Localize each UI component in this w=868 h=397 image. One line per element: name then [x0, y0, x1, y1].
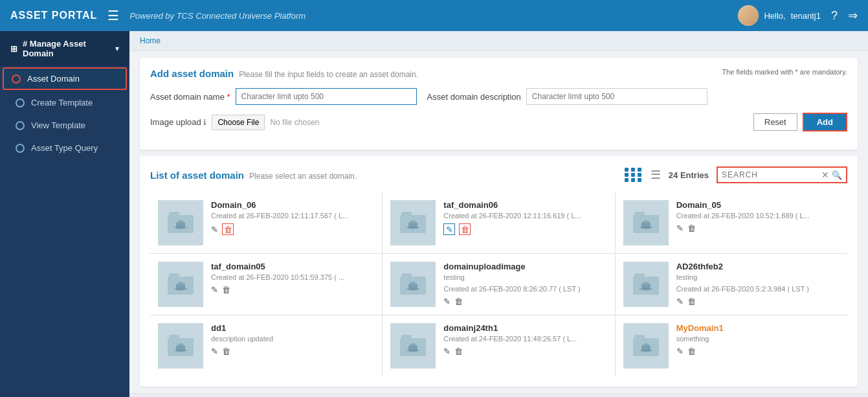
svg-rect-31: [169, 335, 179, 341]
delete-icon[interactable]: 🗑: [454, 346, 463, 356]
domain-info: Domain_05 Created at 26-FEB-2020 10:52:1…: [676, 200, 840, 233]
user-info: Hello, tenantj1: [738, 5, 821, 26]
sidebar-item-create-template[interactable]: Create Template: [0, 91, 129, 114]
domain-name: MyDomain1: [676, 323, 840, 333]
domain-meta: Created at 26-FEB-2020 10:51:59.375 ( ..…: [211, 273, 374, 281]
domain-name: AD26thfeb2: [676, 262, 840, 271]
domain-meta: description updated: [211, 335, 374, 343]
search-input[interactable]: [722, 170, 819, 179]
file-chosen-label: No file chosen: [270, 118, 319, 127]
domain-actions: ✎ 🗑: [676, 223, 840, 233]
form-row-image: Image upload ℹ Choose File No file chose…: [150, 113, 847, 131]
sidebar-item-asset-type-query[interactable]: Asset Type Query: [0, 137, 129, 159]
main-layout: ⊞ # Manage Asset Domain ▾ Asset Domain C…: [0, 31, 868, 397]
domain-thumbnail: [158, 200, 203, 245]
domain-item: AD26thfeb2 testing Created at 26-FEB-202…: [616, 254, 847, 315]
app-title: ASSET PORTAL: [10, 10, 97, 21]
svg-rect-6: [401, 212, 412, 218]
svg-rect-8: [408, 223, 417, 229]
delete-icon[interactable]: 🗑: [687, 223, 696, 233]
info-icon[interactable]: ℹ: [203, 118, 206, 127]
domain-name: taf_domain05: [211, 262, 374, 271]
hello-label: Hello,: [764, 11, 785, 21]
edit-icon[interactable]: ✎: [676, 223, 684, 233]
delete-icon[interactable]: 🗑: [687, 297, 696, 306]
edit-icon[interactable]: ✎: [211, 346, 218, 356]
form-field-image: Image upload ℹ Choose File No file chose…: [150, 115, 319, 130]
delete-icon[interactable]: 🗑: [459, 223, 471, 235]
edit-icon[interactable]: ✎: [676, 297, 684, 306]
sidebar-item-asset-domain[interactable]: Asset Domain: [3, 67, 127, 90]
delete-icon[interactable]: 🗑: [687, 346, 696, 356]
domain-meta2: testing: [443, 273, 606, 281]
delete-icon[interactable]: 🗑: [222, 223, 234, 235]
search-submit-icon[interactable]: 🔍: [832, 170, 842, 180]
sidebar: ⊞ # Manage Asset Domain ▾ Asset Domain C…: [0, 31, 129, 397]
svg-rect-28: [641, 284, 651, 290]
list-view-icon[interactable]: ☰: [651, 168, 661, 182]
mandatory-note: The fields marked with * are mandatory.: [722, 68, 847, 76]
form-field-desc: Asset domain description: [427, 88, 707, 105]
list-header: List of asset domain Please select an as…: [150, 166, 847, 183]
svg-rect-33: [176, 346, 185, 352]
edit-icon[interactable]: ✎: [443, 297, 451, 306]
delete-icon[interactable]: 🗑: [454, 297, 463, 306]
domain-name: taf_domain06: [443, 200, 606, 210]
grid-icon: ⊞: [10, 44, 17, 54]
sidebar-label-create-template: Create Template: [31, 98, 93, 108]
sidebar-label-asset-type-query: Asset Type Query: [31, 143, 98, 153]
domain-info: domainuploadimage testing Created at 26-…: [443, 262, 606, 306]
reset-button[interactable]: Reset: [753, 113, 797, 131]
form-subtitle: Please fill the input fields to create a…: [239, 70, 418, 79]
domain-actions: ✎ 🗑: [443, 223, 606, 235]
list-subtitle: Please select an asset domain.: [249, 172, 357, 181]
edit-icon[interactable]: ✎: [676, 346, 684, 356]
svg-rect-18: [176, 284, 185, 290]
domain-item: Domain_05 Created at 26-FEB-2020 10:52:1…: [616, 192, 847, 253]
sidebar-section-title: ⊞ # Manage Asset Domain: [10, 39, 115, 58]
delete-icon[interactable]: 🗑: [222, 346, 230, 356]
logout-icon[interactable]: ⇒: [848, 8, 858, 23]
delete-icon[interactable]: 🗑: [222, 285, 230, 295]
domain-item: dd1 description updated ✎ 🗑: [150, 315, 382, 376]
header-subtitle: Powered by TCS Connected Universe Platfo…: [129, 11, 306, 21]
domain-meta: Created at 24-FEB-2020 11:48:26.57 ( L..…: [443, 335, 606, 343]
domain-thumbnail: [390, 200, 436, 245]
search-clear-icon[interactable]: ✕: [821, 170, 829, 180]
help-icon[interactable]: ?: [831, 9, 838, 23]
domain-grid: Domain_06 Created at 26-FEB-2020 12:11:1…: [150, 192, 847, 376]
avatar: [738, 5, 759, 26]
domain-item: domainuploadimage testing Created at 26-…: [383, 254, 614, 315]
svg-rect-43: [641, 346, 651, 352]
edit-icon[interactable]: ✎: [443, 223, 455, 235]
grid-view-icon[interactable]: [625, 168, 643, 182]
sidebar-item-view-template[interactable]: View Template: [0, 114, 129, 137]
edit-icon[interactable]: ✎: [211, 225, 218, 234]
add-button[interactable]: Add: [803, 113, 847, 131]
domain-info: dd1 description updated ✎ 🗑: [211, 323, 374, 356]
svg-rect-26: [634, 273, 645, 280]
domain-name: domainuploadimage: [443, 262, 606, 271]
edit-icon[interactable]: ✎: [443, 346, 451, 356]
sidebar-circle: [16, 121, 25, 130]
footer: © TCS R10 2019 - Developed by TCS Innova…: [129, 393, 868, 397]
domain-meta: something: [676, 335, 840, 343]
svg-rect-3: [176, 223, 185, 229]
domain-thumbnail: [390, 323, 436, 369]
form-title: Add asset domain: [150, 68, 234, 79]
domain-name-input[interactable]: [236, 88, 417, 105]
chevron-down-icon: ▾: [115, 44, 119, 53]
search-box: ✕ 🔍: [717, 166, 847, 183]
sidebar-circle: [16, 98, 25, 108]
domain-info: MyDomain1 something ✎ 🗑: [676, 323, 840, 356]
domain-item: taf_domain06 Created at 26-FEB-2020 12:1…: [383, 192, 614, 253]
choose-file-button[interactable]: Choose File: [212, 115, 265, 130]
domain-thumbnail: [623, 323, 669, 369]
domain-thumbnail: [623, 262, 669, 307]
hamburger-icon[interactable]: ☰: [107, 8, 119, 23]
add-domain-form-card: Add asset domain Please fill the input f…: [140, 58, 858, 150]
domain-info: Domain_06 Created at 26-FEB-2020 12:11:1…: [211, 200, 374, 235]
domain-desc-input[interactable]: [526, 88, 707, 105]
edit-icon[interactable]: ✎: [211, 285, 218, 295]
sidebar-section-manage[interactable]: ⊞ # Manage Asset Domain ▾: [0, 31, 129, 66]
